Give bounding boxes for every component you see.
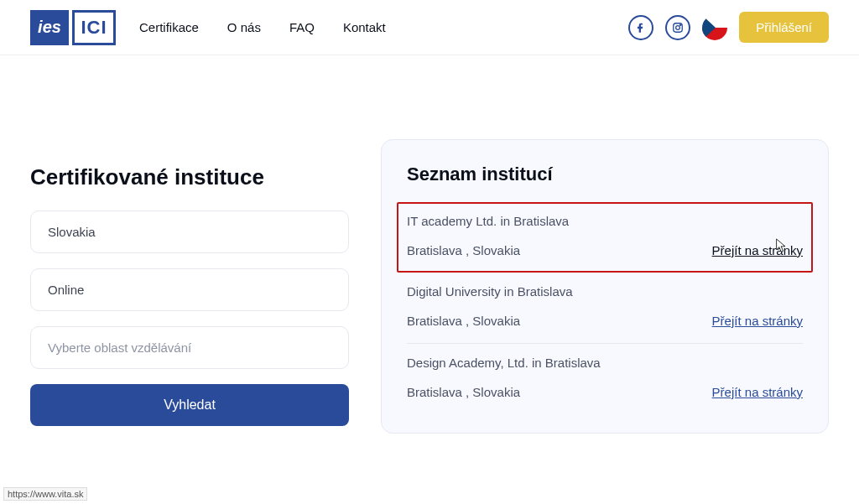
institution-location: Bratislava , Slovakia bbox=[407, 243, 520, 257]
institution-location: Bratislava , Slovakia bbox=[407, 385, 520, 399]
main-content: Certifikované instituce Slovakia Online … bbox=[0, 55, 859, 434]
institution-link[interactable]: Přejít na stránky bbox=[712, 314, 803, 328]
nav-faq[interactable]: FAQ bbox=[289, 20, 315, 34]
instagram-icon[interactable] bbox=[665, 15, 690, 40]
search-button[interactable]: Vyhledat bbox=[30, 384, 349, 426]
institution-row-bottom: Bratislava , Slovakia Přejít na stránky bbox=[407, 314, 803, 328]
results-panel: Seznam institucí IT academy Ltd. in Brat… bbox=[381, 139, 829, 434]
results-title: Seznam institucí bbox=[407, 164, 803, 185]
header-right: Přihlášení bbox=[628, 12, 829, 43]
nav-kontakt[interactable]: Kontakt bbox=[343, 20, 386, 34]
institution-row: Digital University in Bratislava Bratisl… bbox=[407, 273, 803, 344]
nav-certifikace[interactable]: Certifikace bbox=[139, 20, 199, 34]
institution-row-bottom: Bratislava , Slovakia Přejít na stránky bbox=[407, 243, 803, 257]
svg-point-1 bbox=[676, 25, 680, 29]
institution-location: Bratislava , Slovakia bbox=[407, 314, 520, 328]
search-title: Certifikované instituce bbox=[30, 164, 349, 190]
logo[interactable]: ies ICI bbox=[30, 10, 116, 45]
nav-onas[interactable]: O nás bbox=[227, 20, 261, 34]
institution-name: Digital University in Bratislava bbox=[407, 284, 803, 299]
header-left: ies ICI Certifikace O nás FAQ Kontakt bbox=[30, 10, 386, 45]
login-button[interactable]: Přihlášení bbox=[739, 12, 829, 43]
institution-row: Design Academy, Ltd. in Bratislava Brati… bbox=[407, 344, 803, 414]
institution-row: IT academy Ltd. in Bratislava Bratislava… bbox=[397, 202, 813, 273]
country-select[interactable]: Slovakia bbox=[30, 210, 349, 253]
institution-link[interactable]: Přejít na stránky bbox=[712, 243, 803, 257]
logo-ies: ies bbox=[30, 10, 69, 45]
area-select[interactable]: Vyberte oblast vzdělávání bbox=[30, 326, 349, 369]
search-panel: Certifikované instituce Slovakia Online … bbox=[30, 81, 349, 426]
main-nav: Certifikace O nás FAQ Kontakt bbox=[139, 20, 386, 34]
facebook-icon[interactable] bbox=[628, 15, 653, 40]
browser-status-url: https://www.vita.sk bbox=[3, 487, 87, 501]
institution-name: Design Academy, Ltd. in Bratislava bbox=[407, 356, 803, 370]
institution-row-bottom: Bratislava , Slovakia Přejít na stránky bbox=[407, 385, 803, 399]
svg-point-2 bbox=[680, 24, 681, 25]
mode-select[interactable]: Online bbox=[30, 268, 349, 311]
header: ies ICI Certifikace O nás FAQ Kontakt Př… bbox=[0, 0, 859, 55]
institution-link[interactable]: Přejít na stránky bbox=[712, 385, 803, 399]
logo-ici: ICI bbox=[72, 10, 116, 45]
institution-name: IT academy Ltd. in Bratislava bbox=[407, 214, 803, 228]
language-flag-cz[interactable] bbox=[702, 15, 727, 40]
